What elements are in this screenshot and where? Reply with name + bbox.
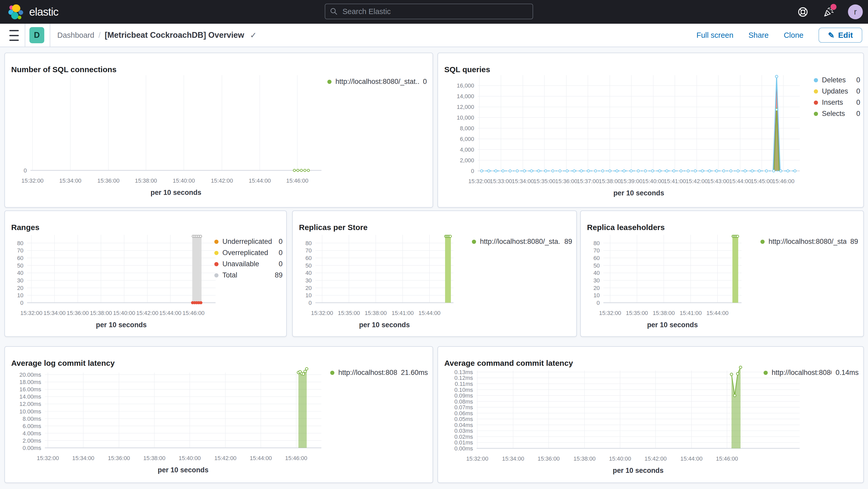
svg-text:16.00ms: 16.00ms [19, 386, 41, 393]
legend-item[interactable]: Overreplicated0 [214, 247, 283, 258]
legend-series-label: http://localhost:8080/_sta... [480, 238, 560, 246]
svg-text:15:44:00: 15:44:00 [707, 310, 729, 316]
svg-text:15:39:00: 15:39:00 [620, 178, 643, 184]
svg-text:15:33:00: 15:33:00 [490, 178, 512, 184]
check-icon[interactable]: ✓ [250, 30, 257, 40]
breadcrumb-dashboard-link[interactable]: Dashboard [57, 31, 94, 40]
svg-text:0.03ms: 0.03ms [455, 428, 473, 434]
share-button[interactable]: Share [748, 31, 769, 40]
help-icon[interactable] [797, 6, 809, 18]
svg-text:2.00ms: 2.00ms [23, 437, 41, 444]
deployment-letter: D [34, 30, 39, 40]
svg-text:15:34:00: 15:34:00 [72, 455, 94, 461]
svg-text:80: 80 [17, 240, 24, 246]
legend-item[interactable]: http://localhost:8080/_stat...0 [328, 76, 427, 87]
svg-text:0.11ms: 0.11ms [455, 380, 473, 387]
chart-legend: Underreplicated0Overreplicated0Unavailab… [214, 236, 283, 281]
svg-text:0: 0 [309, 300, 312, 306]
legend-series-label: Updates [822, 87, 848, 95]
menu-icon[interactable] [9, 30, 20, 41]
svg-text:15:38:00: 15:38:00 [653, 310, 675, 316]
global-search[interactable] [325, 4, 533, 19]
svg-text:10: 10 [593, 292, 600, 299]
legend-item[interactable]: Unavailable0 [214, 258, 283, 270]
full-screen-button[interactable]: Full screen [696, 31, 733, 40]
panel-replica-leaseholders: Replica leaseholders 0102030405060708015… [580, 211, 864, 337]
legend-item[interactable]: Selects0 [814, 108, 860, 119]
edit-button[interactable]: ✎ Edit [818, 28, 862, 43]
legend-series-dot [214, 273, 218, 277]
svg-text:30: 30 [17, 277, 24, 284]
legend-item[interactable]: Underreplicated0 [214, 236, 283, 247]
legend-series-value: 89 [850, 238, 858, 246]
breadcrumb: Dashboard / [Metricbeat CockroachDB] Ove… [57, 24, 257, 47]
legend-series-value: 0 [423, 78, 427, 86]
svg-text:14.00ms: 14.00ms [19, 393, 41, 400]
svg-text:15:32:00: 15:32:00 [466, 455, 488, 462]
svg-text:80: 80 [306, 240, 312, 246]
search-input[interactable] [342, 7, 528, 16]
legend-item[interactable]: http://localhost:808...21.60ms [330, 367, 428, 378]
chart-legend: http://localhost:8080...0.14ms [764, 367, 859, 378]
svg-text:0.09ms: 0.09ms [455, 392, 473, 399]
panel-ranges: Ranges 0102030405060708015:32:0015:34:00… [4, 211, 287, 337]
legend-series-value: 0 [856, 87, 860, 95]
panel-replicas-per-store: Replicas per Store 0102030405060708015:3… [292, 211, 577, 337]
legend-series-dot [814, 100, 818, 105]
elastic-brand[interactable]: elastic [8, 0, 58, 24]
legend-item[interactable]: Total89 [214, 270, 283, 281]
svg-text:15:35:00: 15:35:00 [626, 310, 648, 316]
svg-text:20.00ms: 20.00ms [19, 371, 41, 378]
svg-text:15:44:00: 15:44:00 [418, 310, 441, 316]
legend-series-dot [761, 240, 765, 244]
svg-text:15:38:00: 15:38:00 [574, 455, 596, 462]
svg-text:15:35:00: 15:35:00 [533, 178, 556, 184]
svg-text:10: 10 [306, 292, 312, 299]
dashboard-toolbar: D Dashboard / [Metricbeat CockroachDB] O… [0, 24, 868, 47]
legend-series-label: http://localhost:8080/_stat... [335, 78, 419, 86]
legend-series-value: 21.60ms [401, 369, 428, 377]
chart-legend: http://localhost:8080/_sta...89 [761, 236, 858, 247]
svg-text:per 10 seconds: per 10 seconds [359, 321, 410, 329]
legend-item[interactable]: Deletes0 [814, 74, 860, 86]
news-feed-icon[interactable] [823, 6, 834, 18]
legend-series-label: Selects [822, 110, 845, 118]
svg-text:70: 70 [306, 247, 312, 254]
deployment-badge[interactable]: D [29, 27, 44, 43]
legend-item[interactable]: http://localhost:8080/_sta...89 [472, 236, 572, 247]
svg-text:15:34:00: 15:34:00 [502, 455, 524, 462]
legend-series-value: 0 [856, 98, 860, 106]
legend-series-value: 0 [279, 238, 283, 246]
legend-series-dot [814, 112, 818, 116]
svg-text:0.07ms: 0.07ms [455, 404, 473, 410]
svg-text:0: 0 [471, 168, 474, 174]
legend-series-label: Overreplicated [222, 249, 268, 257]
pencil-icon: ✎ [828, 31, 834, 40]
legend-item[interactable]: http://localhost:8080/_sta...89 [761, 236, 858, 247]
legend-series-dot [214, 262, 218, 266]
svg-text:15:40:00: 15:40:00 [179, 455, 201, 461]
svg-text:40: 40 [593, 270, 600, 276]
svg-text:15:38:00: 15:38:00 [135, 177, 157, 184]
svg-text:15:46:00: 15:46:00 [772, 178, 795, 184]
legend-series-label: Inserts [822, 98, 843, 106]
svg-text:0.08ms: 0.08ms [455, 398, 473, 405]
legend-series-value: 0 [279, 249, 283, 257]
svg-text:per 10 seconds: per 10 seconds [158, 466, 209, 474]
legend-item[interactable]: http://localhost:8080...0.14ms [764, 367, 859, 378]
svg-text:15:36:00: 15:36:00 [67, 310, 89, 316]
clone-button[interactable]: Clone [784, 31, 803, 40]
svg-text:15:38:00: 15:38:00 [90, 310, 112, 316]
svg-text:15:41:00: 15:41:00 [392, 310, 414, 316]
svg-text:60: 60 [306, 255, 312, 261]
svg-text:15:42:00: 15:42:00 [645, 455, 667, 462]
user-avatar[interactable]: r [848, 4, 863, 19]
svg-text:6,000: 6,000 [460, 136, 474, 142]
svg-text:0.06ms: 0.06ms [455, 410, 473, 417]
svg-text:15:42:00: 15:42:00 [686, 178, 708, 184]
panel-number-of-sql-connections: Number of SQL connections 015:32:0015:34… [4, 53, 433, 208]
svg-text:15:38:00: 15:38:00 [599, 178, 621, 184]
legend-item[interactable]: Inserts0 [814, 97, 860, 108]
legend-item[interactable]: Updates0 [814, 86, 860, 97]
svg-text:0.10ms: 0.10ms [455, 387, 473, 393]
